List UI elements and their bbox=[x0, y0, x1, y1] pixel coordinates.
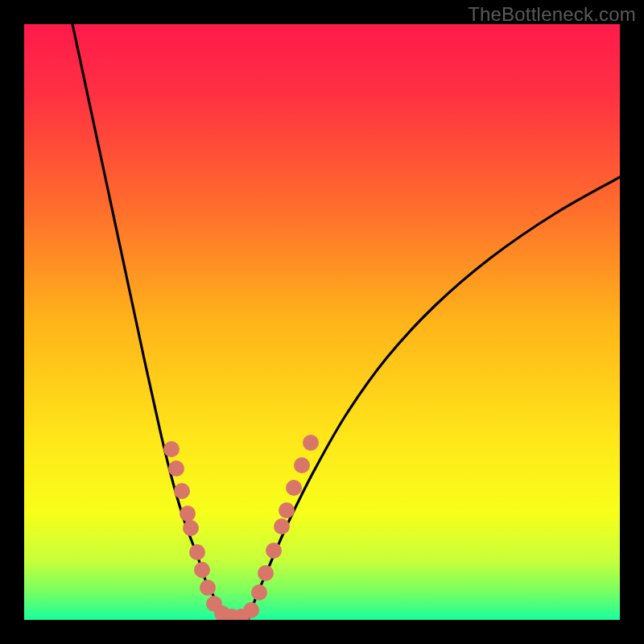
data-point-marker bbox=[266, 543, 282, 559]
chart-svg bbox=[24, 24, 620, 620]
data-point-marker bbox=[303, 435, 319, 451]
data-point-marker bbox=[258, 565, 274, 581]
data-point-marker bbox=[168, 460, 184, 477]
plot-frame bbox=[24, 24, 620, 620]
data-point-marker bbox=[183, 520, 199, 536]
data-point-marker bbox=[174, 483, 190, 499]
data-point-marker bbox=[251, 584, 267, 601]
data-point-marker bbox=[279, 502, 295, 518]
data-point-marker bbox=[163, 441, 180, 457]
data-point-marker bbox=[180, 506, 196, 522]
data-point-marker bbox=[294, 457, 310, 473]
watermark-text: TheBottleneck.com bbox=[468, 3, 636, 26]
data-point-marker bbox=[243, 602, 259, 618]
data-point-marker bbox=[274, 518, 290, 535]
data-point-marker bbox=[200, 580, 216, 596]
chart-container: TheBottleneck.com bbox=[0, 0, 644, 644]
data-point-marker bbox=[189, 544, 205, 560]
gradient-background bbox=[24, 24, 620, 620]
data-point-marker bbox=[286, 480, 302, 496]
data-point-marker bbox=[194, 562, 210, 578]
